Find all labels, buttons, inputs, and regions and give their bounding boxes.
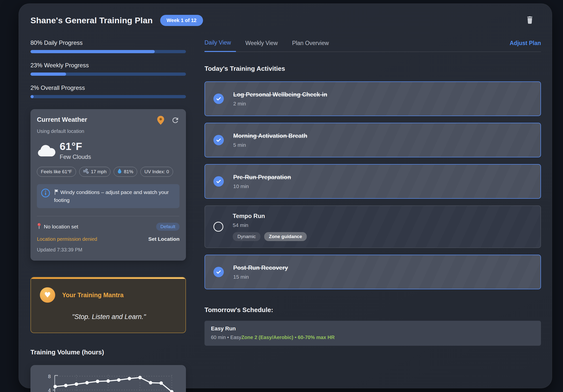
permission-warning: Location permission denied <box>37 236 97 242</box>
divider <box>37 216 179 216</box>
tomorrow-activity-detail: 60 min • Easy <box>211 335 241 340</box>
temperature-value: 61°F <box>60 141 91 152</box>
activity-card-post-run-recovery[interactable]: Post-Run Recovery 15 min <box>205 255 541 289</box>
checkbox-checked-icon[interactable] <box>213 135 224 145</box>
delete-plan-button[interactable] <box>524 15 536 26</box>
checkbox-checked-icon[interactable] <box>213 176 224 187</box>
mantra-quote: "Stop. Listen and Learn." <box>40 313 178 321</box>
svg-text:4: 4 <box>48 388 51 392</box>
overall-progress: 2% Overall Progress <box>30 84 186 98</box>
heart-icon: ♥ <box>40 287 55 303</box>
activity-card-morning-breath[interactable]: Morning Activation Breath 5 min <box>205 123 541 157</box>
feels-like-pill: Feels like 61°F <box>37 167 76 177</box>
location-pin-icon <box>157 116 164 125</box>
activity-card-tempo-run[interactable]: Tempo Run 54 min Dynamic Zone guidance <box>205 205 541 248</box>
training-plan-panel: Shane's General Training Plan Week 1 of … <box>19 3 552 388</box>
weather-subtitle: Using default location <box>37 128 179 134</box>
dynamic-badge: Dynamic <box>233 232 260 241</box>
adjust-plan-link[interactable]: Adjust Plan <box>510 40 541 51</box>
humidity-pill: 81% <box>114 167 137 177</box>
overall-progress-bar <box>30 95 186 98</box>
activity-card-pre-run-prep[interactable]: Pre-Run Preparation 10 min <box>205 164 541 199</box>
activity-title: Tempo Run <box>233 213 307 220</box>
flag-icon <box>54 189 59 195</box>
refresh-weather-button[interactable] <box>171 116 179 125</box>
cloud-icon <box>37 144 56 157</box>
weekly-progress-bar <box>30 73 186 76</box>
svg-text:8: 8 <box>48 374 51 379</box>
mantra-card: ♥ Your Training Mantra "Stop. Listen and… <box>30 277 186 333</box>
daily-progress: 80% Daily Progress <box>30 39 186 53</box>
advisory-text: Windy conditions – adjust pace and watch… <box>54 189 169 203</box>
activity-title: Post-Run Recovery <box>233 264 288 271</box>
tab-plan-overview[interactable]: Plan Overview <box>292 40 334 51</box>
activity-title: Morning Activation Breath <box>233 132 307 139</box>
week-badge: Week 1 of 12 <box>160 15 203 26</box>
wind-pill: 17 mph <box>79 167 110 177</box>
activity-card-wellbeing-checkin[interactable]: Log Personal Wellbeing Check-in 2 min <box>205 81 541 116</box>
refresh-icon <box>171 116 179 125</box>
weather-card: Current Weather <box>30 109 186 261</box>
weather-condition: Few Clouds <box>60 153 91 160</box>
tomorrow-schedule-heading: Tomorrow's Schedule: <box>205 306 541 314</box>
set-location-button[interactable]: Set Location <box>148 236 179 242</box>
zone-guidance-badge: Zone guidance <box>264 232 307 241</box>
page-title: Shane's General Training Plan <box>30 16 153 25</box>
checkbox-unchecked-icon[interactable] <box>213 222 223 232</box>
trash-icon <box>525 15 535 26</box>
tomorrow-zone-detail: Zone 2 (Easy/Aerobic) • 60-70% max HR <box>241 335 335 340</box>
activity-duration: 2 min <box>233 101 327 107</box>
weather-pills: Feels like 61°F 17 mph 81% <box>37 167 179 177</box>
activity-duration: 15 min <box>233 274 288 280</box>
overall-progress-label: 2% Overall Progress <box>30 84 186 91</box>
weather-title: Current Weather <box>37 116 87 123</box>
uv-index-pill: UV Index: 0 <box>140 167 173 177</box>
activity-duration: 5 min <box>233 142 307 148</box>
daily-progress-label: 80% Daily Progress <box>30 39 186 46</box>
info-icon <box>41 188 50 199</box>
tab-daily-view[interactable]: Daily View <box>205 39 236 52</box>
activity-duration: 10 min <box>233 183 291 189</box>
humidity-icon <box>118 169 122 175</box>
location-status-text: No location set <box>44 224 78 230</box>
activity-title: Log Personal Wellbeing Check-in <box>233 91 327 98</box>
red-pin-icon <box>37 223 41 231</box>
activity-duration: 54 min <box>233 222 307 228</box>
weather-updated-timestamp: Updated 7:33:39 PM <box>37 247 179 253</box>
checkbox-checked-icon[interactable] <box>213 94 224 104</box>
weather-advisory: Windy conditions – adjust pace and watch… <box>37 184 179 208</box>
daily-progress-bar <box>30 50 186 53</box>
view-tabs: Daily View Weekly View Plan Overview Adj… <box>205 39 541 52</box>
weekly-progress: 23% Weekly Progress <box>30 62 186 76</box>
main-content: Daily View Weekly View Plan Overview Adj… <box>205 39 541 392</box>
sidebar: 80% Daily Progress 23% Weekly Progress 2… <box>30 39 186 392</box>
tomorrow-schedule-card: Easy Run 60 min • EasyZone 2 (Easy/Aerob… <box>205 321 541 346</box>
checkbox-checked-icon[interactable] <box>213 267 224 277</box>
tab-weekly-view[interactable]: Weekly View <box>245 40 283 51</box>
weekly-progress-label: 23% Weekly Progress <box>30 62 186 69</box>
mantra-accent-bar <box>31 277 185 279</box>
wind-icon <box>83 169 89 175</box>
header: Shane's General Training Plan Week 1 of … <box>30 11 546 26</box>
mantra-title: Your Training Mantra <box>62 292 124 299</box>
location-pin-button[interactable] <box>157 116 164 125</box>
training-volume-card: 048Week 3Week 6Week 9Week 12 <box>30 365 186 392</box>
training-volume-chart: 048Week 3Week 6Week 9Week 12 <box>36 372 180 392</box>
default-location-badge: Default <box>156 223 179 231</box>
today-activities-heading: Today's Training Activities <box>205 65 541 73</box>
tomorrow-activity-title: Easy Run <box>211 325 535 332</box>
chart-heading: Training Volume (hours) <box>30 348 186 356</box>
activity-title: Pre-Run Preparation <box>233 174 291 181</box>
